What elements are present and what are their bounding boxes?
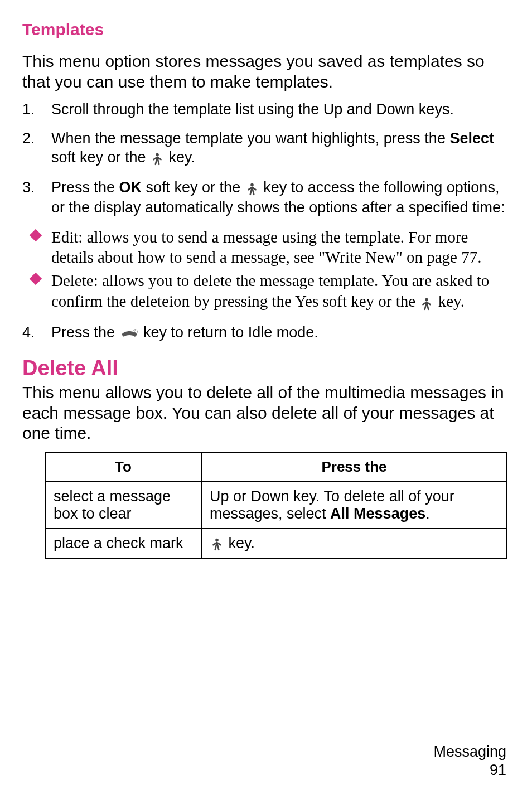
step3-part-a: Press the — [51, 179, 119, 196]
ok-person-icon — [419, 292, 434, 312]
diamond-icon — [30, 273, 42, 285]
r2-press: key. — [201, 529, 507, 559]
bullet-edit-text: Edit: allows you to send a message using… — [51, 228, 481, 266]
ok-person-icon — [150, 148, 165, 167]
r1-press-b: All Messages — [330, 505, 425, 522]
bullet-delete: Delete: allows you to delete the message… — [22, 270, 510, 313]
step-2: When the message template you want highl… — [22, 129, 510, 168]
r1-press: Up or Down key. To delete all of your me… — [201, 482, 507, 529]
r1-to: select a message box to clear — [45, 482, 201, 529]
svg-point-0 — [156, 153, 159, 157]
step-3: Press the OK soft key or the key to acce… — [22, 178, 510, 217]
step2-part-c: key. — [165, 149, 195, 166]
r2-press-text: key. — [224, 535, 255, 551]
templates-steps-cont: Press the ⓒ key to return to Idle mode. — [22, 323, 510, 343]
svg-text:ⓒ: ⓒ — [133, 329, 138, 335]
ok-person-icon — [210, 534, 224, 551]
th-to: To — [45, 452, 201, 482]
bullet-edit: Edit: allows you to send a message using… — [22, 227, 510, 268]
delete-all-intro: This menu allows you to delete all of th… — [22, 382, 510, 444]
templates-steps: Scroll through the template list using t… — [22, 100, 510, 217]
r1-press-c: . — [425, 505, 430, 522]
step3-part-b: soft key or the — [142, 179, 245, 196]
svg-point-4 — [215, 539, 219, 542]
footer-page: 91 — [433, 761, 506, 780]
table-row: select a message box to clear Up or Down… — [45, 482, 507, 529]
heading-templates: Templates — [22, 20, 510, 39]
templates-intro: This menu option stores messages you sav… — [22, 51, 510, 92]
delete-all-table: To Press the select a message box to cle… — [45, 452, 507, 559]
bullet-delete-b: key. — [434, 292, 465, 310]
templates-bullets: Edit: allows you to send a message using… — [22, 227, 510, 313]
step2-select: Select — [449, 130, 494, 147]
ok-person-icon — [245, 178, 259, 197]
step4-b: key to return to Idle mode. — [139, 324, 318, 341]
step2-part-a: When the message template you want highl… — [51, 130, 449, 147]
step4-a: Press the — [51, 324, 119, 341]
svg-point-1 — [250, 183, 254, 187]
step-1: Scroll through the template list using t… — [22, 100, 510, 119]
diamond-icon — [30, 229, 42, 242]
step2-part-b: soft key or the — [51, 149, 150, 166]
table-row: place a check mark key. — [45, 529, 507, 559]
footer-section: Messaging — [433, 743, 506, 762]
th-press: Press the — [201, 452, 507, 482]
svg-point-2 — [425, 298, 429, 302]
step-4: Press the ⓒ key to return to Idle mode. — [22, 323, 510, 343]
step3-ok: OK — [119, 179, 142, 196]
page-footer: Messaging 91 — [433, 743, 506, 781]
heading-delete-all: Delete All — [22, 356, 510, 380]
end-call-icon: ⓒ — [119, 323, 139, 342]
r2-to: place a check mark — [45, 529, 201, 559]
